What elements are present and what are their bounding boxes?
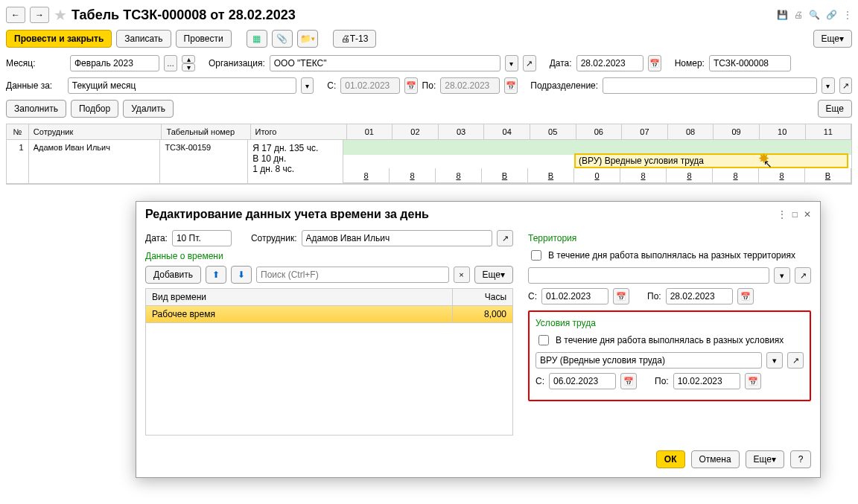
pick-button[interactable]: Подбор: [71, 100, 118, 118]
number-input[interactable]: [709, 55, 791, 71]
to-label: По:: [422, 80, 436, 91]
nav-forward-button[interactable]: →: [30, 7, 49, 23]
month-down-button[interactable]: ▾: [182, 63, 195, 71]
org-label: Организация:: [209, 58, 265, 68]
col-day-07: 07: [622, 124, 668, 139]
to-calendar-button[interactable]: [504, 77, 517, 94]
org-input[interactable]: [270, 55, 500, 71]
col-day-04: 04: [484, 124, 530, 139]
table-more-button[interactable]: Еще: [818, 100, 852, 118]
department-label: Подразделение:: [530, 80, 598, 91]
folder-icon-button[interactable]: 📁▾: [297, 30, 318, 48]
from-input: [340, 77, 400, 94]
day-cell-05[interactable]: В: [528, 168, 574, 183]
post-button[interactable]: Провести: [176, 30, 232, 48]
day-cell-07[interactable]: 8: [620, 168, 667, 183]
cursor-icon: ↖: [763, 158, 772, 170]
report-icon-button[interactable]: ▦: [247, 30, 267, 48]
col-tabnum: Табельный номер: [162, 124, 250, 139]
col-day-10: 10: [760, 124, 806, 139]
org-open-button[interactable]: [523, 55, 536, 71]
org-dropdown-button[interactable]: [505, 55, 518, 71]
vru-condition-band[interactable]: (ВРУ) Вредные условия труда: [574, 153, 848, 168]
month-label: Месяц:: [6, 58, 66, 68]
post-and-close-button[interactable]: Провести и закрыть: [6, 30, 112, 48]
day-cell-03[interactable]: 8: [436, 168, 482, 183]
to-input: [440, 77, 500, 94]
day-cell-01[interactable]: 8: [343, 168, 390, 183]
month-input[interactable]: [70, 55, 159, 71]
attach-icon-button[interactable]: 📎: [272, 30, 293, 48]
number-label: Номер:: [675, 58, 705, 68]
from-label: С:: [327, 80, 336, 91]
row-employee[interactable]: Адамов Иван Ильич: [29, 140, 161, 183]
save-button[interactable]: Записать: [116, 30, 171, 48]
page-title: Табель ТСЗК-000008 от 28.02.2023: [72, 7, 296, 23]
date-input[interactable]: [576, 55, 644, 71]
month-ellipsis-button[interactable]: …: [164, 55, 177, 71]
more-button[interactable]: Еще ▾: [813, 30, 852, 48]
data-for-input[interactable]: [68, 77, 296, 94]
menu-dots-icon[interactable]: ⋮: [843, 10, 852, 20]
day-cell-11[interactable]: В: [805, 168, 851, 183]
col-total: Итого: [251, 124, 347, 139]
day-cell-04[interactable]: В: [482, 168, 528, 183]
preview-icon[interactable]: 🔍: [809, 10, 820, 20]
col-day-02: 02: [393, 124, 439, 139]
col-day-08: 08: [668, 124, 714, 139]
col-day-01: 01: [347, 124, 393, 139]
department-input[interactable]: [603, 77, 817, 94]
data-for-label: Данные за:: [6, 80, 63, 91]
fill-button[interactable]: Заполнить: [6, 100, 66, 118]
date-calendar-button[interactable]: [648, 55, 661, 71]
col-day-03: 03: [439, 124, 485, 139]
col-day-06: 06: [576, 124, 623, 139]
department-open-button[interactable]: [839, 77, 852, 94]
col-employee: Сотрудник: [29, 124, 162, 139]
data-for-dropdown-button[interactable]: [301, 77, 314, 94]
day-cell-10[interactable]: 8: [759, 168, 805, 183]
department-dropdown-button[interactable]: [822, 77, 834, 94]
link-icon[interactable]: 🔗: [826, 10, 837, 20]
row-num: 1: [7, 140, 29, 183]
day-cell-02[interactable]: 8: [390, 168, 436, 183]
day-cell-06[interactable]: 0: [574, 168, 620, 183]
nav-back-button[interactable]: ←: [6, 7, 25, 23]
col-num: №: [7, 124, 29, 139]
from-calendar-button[interactable]: [404, 77, 417, 94]
col-day-05: 05: [530, 124, 576, 139]
favorite-star-icon[interactable]: ★: [54, 6, 67, 24]
col-day-09: 09: [714, 124, 760, 139]
day-cell-09[interactable]: 8: [713, 168, 759, 183]
print-icon[interactable]: 🖨: [794, 10, 803, 20]
day-cell-08[interactable]: 8: [667, 168, 713, 183]
save-icon[interactable]: 💾: [777, 10, 788, 20]
col-day-11: 11: [806, 124, 852, 139]
date-label: Дата:: [550, 58, 572, 68]
row-tabnum: ТСЗК-00159: [160, 140, 248, 183]
row-total: Я 17 дн. 135 чс. В 10 дн. 1 дн. 8 чс.: [248, 140, 343, 183]
print-t13-button[interactable]: 🖨 Т-13: [333, 30, 377, 48]
month-up-button[interactable]: ▴: [182, 55, 195, 63]
delete-button[interactable]: Удалить: [123, 100, 174, 118]
timesheet-table: № Сотрудник Табельный номер Итого 01 02 …: [6, 124, 852, 185]
